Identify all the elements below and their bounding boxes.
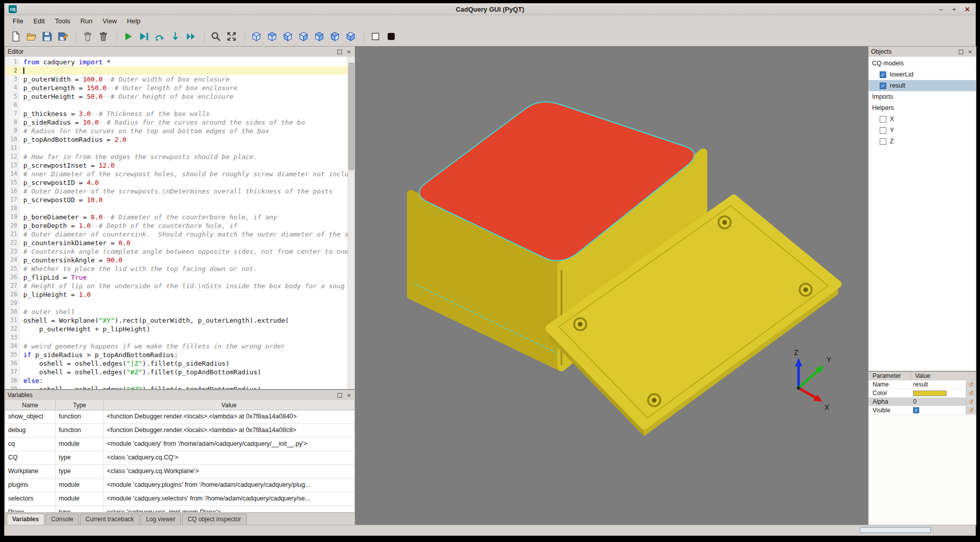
table-row[interactable]: debugfunction<function Debugger.render.<… bbox=[5, 424, 355, 438]
code-line[interactable]: 21# Outer diameter of countersink. Shoul… bbox=[5, 230, 348, 239]
reset-button[interactable]: ↺ bbox=[966, 389, 976, 397]
table-row[interactable]: cqmodule<module 'cadquery' from '/home/a… bbox=[5, 438, 355, 451]
code-line[interactable]: 7p_thickness = 3.0··# Thickness of the b… bbox=[5, 109, 348, 118]
menu-file[interactable]: File bbox=[8, 16, 28, 26]
tab-cq-object-inspector[interactable]: CQ object inspector bbox=[182, 514, 246, 525]
code-line[interactable]: 18 bbox=[5, 204, 348, 213]
open-file-icon[interactable] bbox=[24, 30, 38, 44]
code-line[interactable]: 28p_lipHeight = 1.0 bbox=[5, 290, 348, 299]
code-line[interactable]: 23# Countersink angle (complete angle be… bbox=[5, 247, 348, 256]
debug-icon[interactable] bbox=[137, 30, 150, 44]
code-line[interactable]: 6 bbox=[5, 101, 348, 109]
save-icon[interactable] bbox=[40, 30, 54, 44]
tree-item-y[interactable]: Y bbox=[869, 125, 976, 136]
menu-edit[interactable]: Edit bbox=[28, 16, 50, 26]
code-line[interactable]: 31oshell = Workplane("XY").rect(p_outerW… bbox=[5, 316, 348, 325]
code-line[interactable]: 3p_outerWidth = 100.0··# Outer width of … bbox=[5, 75, 348, 84]
delete-icon[interactable] bbox=[96, 30, 110, 44]
column-header-value[interactable]: Value bbox=[104, 400, 355, 410]
fit-view-icon[interactable] bbox=[224, 30, 238, 44]
continue-icon[interactable] bbox=[184, 30, 198, 44]
column-header-name[interactable]: Name bbox=[5, 400, 56, 410]
view-left-icon[interactable] bbox=[281, 30, 294, 44]
menu-run[interactable]: Run bbox=[76, 16, 98, 26]
tab-log-viewer[interactable]: Log viewer bbox=[140, 514, 181, 525]
reset-button[interactable]: ↺ bbox=[966, 398, 976, 406]
code-line[interactable]: 13p_screwpostInset = 12.0 bbox=[5, 161, 348, 170]
titlebar[interactable]: cq CadQuery GUI (PyQT) – + ✕ bbox=[5, 4, 975, 15]
code-line[interactable]: 22p_countersinkDiameter = 0.0 bbox=[5, 239, 348, 247]
code-line[interactable]: 5p_outerHeight = 50.0··# Outer height of… bbox=[5, 92, 348, 101]
menu-help[interactable]: Help bbox=[122, 16, 146, 26]
scrollbar-thumb[interactable] bbox=[349, 63, 354, 170]
viewport-3d[interactable]: Z Y X bbox=[355, 46, 868, 525]
view-right-icon[interactable] bbox=[312, 30, 326, 44]
tree-item-lowerlid[interactable]: ✓lowerLid bbox=[869, 69, 976, 80]
table-row[interactable]: show_objectfunction<function Debugger.re… bbox=[5, 410, 355, 424]
clear-icon[interactable] bbox=[81, 30, 94, 44]
tree-item-result[interactable]: ✓result bbox=[869, 80, 976, 91]
objects-close-button[interactable]: ✕ bbox=[967, 49, 973, 55]
code-line[interactable]: 39 oshell = oshell.edges("#Z").fillet(p_… bbox=[5, 385, 348, 389]
code-line[interactable]: 19p_boreDiameter = 8.0··# Diameter of th… bbox=[5, 213, 348, 221]
code-line[interactable]: 32 p_outerHeight + p_lipHeight) bbox=[5, 325, 348, 333]
code-line[interactable]: 27# Height of lip on the underside of th… bbox=[5, 282, 348, 290]
tree-item-imports[interactable]: Imports bbox=[869, 91, 976, 102]
code-line[interactable]: 16# Outer Diameter of the screwposts.\nD… bbox=[5, 187, 348, 196]
code-line[interactable]: 36 oshell = oshell.edges("|Z").fillet(p_… bbox=[5, 359, 348, 368]
step-over-icon[interactable] bbox=[153, 30, 166, 44]
code-line[interactable]: 35if p_sideRadius > p_topAndBottomRadius… bbox=[5, 351, 348, 359]
variables-close-button[interactable]: ✕ bbox=[346, 392, 352, 399]
close-button[interactable]: ✕ bbox=[963, 6, 971, 13]
minimize-button[interactable]: – bbox=[937, 6, 945, 13]
code-line[interactable]: 38else: bbox=[5, 376, 348, 385]
code-line[interactable]: 17p_screwpostOD = 10.0 bbox=[5, 196, 348, 204]
code-line[interactable]: 2 bbox=[5, 66, 348, 75]
code-line[interactable]: 37 oshell = oshell.edges("#Z").fillet(p_… bbox=[5, 368, 348, 376]
code-line[interactable]: 9# Radius for the curves on the top and … bbox=[5, 127, 348, 135]
variables-float-button[interactable] bbox=[336, 392, 343, 399]
visible-checkbox[interactable]: ✓ bbox=[913, 407, 919, 413]
table-row[interactable]: CQtype<class 'cadquery.cq.CQ'> bbox=[5, 451, 355, 465]
code-line[interactable]: 34# weird geometry happens if we make th… bbox=[5, 342, 348, 351]
editor-scrollbar[interactable] bbox=[348, 57, 355, 389]
color-swatch[interactable] bbox=[913, 391, 947, 396]
view-wireframe-icon[interactable] bbox=[368, 30, 382, 44]
code-line[interactable]: 10p_topAndBottomRadius = 2.0 bbox=[5, 135, 348, 144]
view-top-icon[interactable] bbox=[328, 30, 342, 44]
code-line[interactable]: 33 bbox=[5, 333, 348, 342]
table-row[interactable]: selectorsmodule<module 'cadquery.selecto… bbox=[5, 492, 355, 506]
code-line[interactable]: 4p_outerLength = 150.0··# Outer length o… bbox=[5, 84, 348, 92]
code-line[interactable]: 20p_boreDepth = 1.0··# Depth of the coun… bbox=[5, 221, 348, 230]
reset-button[interactable]: ↺ bbox=[966, 380, 976, 389]
column-header-type[interactable]: Type bbox=[56, 400, 104, 410]
code-line[interactable]: 12# How far in from the edges the screwp… bbox=[5, 152, 348, 161]
view-shaded-icon[interactable] bbox=[384, 30, 398, 44]
code-line[interactable]: 26p_flipLid = True bbox=[5, 273, 348, 282]
menu-view[interactable]: View bbox=[98, 16, 122, 26]
code-line[interactable]: 11 bbox=[5, 144, 348, 152]
editor-close-button[interactable]: ✕ bbox=[346, 49, 352, 55]
code-line[interactable]: 29 bbox=[5, 299, 348, 307]
editor-float-button[interactable] bbox=[336, 49, 343, 55]
view-axo-icon[interactable] bbox=[265, 30, 279, 44]
maximize-button[interactable]: + bbox=[950, 6, 958, 13]
table-row[interactable]: Workplanetype<class 'cadquery.cq.Workpla… bbox=[5, 465, 355, 479]
tree-item-x[interactable]: X bbox=[869, 113, 976, 125]
zoom-icon[interactable] bbox=[209, 30, 222, 44]
code-line[interactable]: 30# outer shell bbox=[5, 307, 348, 316]
objects-float-button[interactable] bbox=[958, 49, 964, 55]
code-line[interactable]: 25# Whether to place the lid with the to… bbox=[5, 264, 348, 273]
code-line[interactable]: 15p_screwpostID = 4.0 bbox=[5, 178, 348, 187]
code-line[interactable]: 24p_countersinkAngle = 90.0 bbox=[5, 256, 348, 264]
view-front-icon[interactable] bbox=[296, 30, 310, 44]
checkbox-lowerlid[interactable]: ✓ bbox=[880, 71, 886, 78]
new-file-icon[interactable] bbox=[9, 30, 22, 44]
checkbox-result[interactable]: ✓ bbox=[880, 83, 886, 89]
checkbox-y[interactable] bbox=[880, 127, 886, 134]
step-into-icon[interactable] bbox=[168, 30, 182, 44]
table-row[interactable]: pluginsmodule<module 'cadquery.plugins' … bbox=[5, 479, 355, 492]
reset-button[interactable]: ↺ bbox=[966, 406, 976, 414]
code-line[interactable]: 1from cadquery import * bbox=[5, 58, 348, 66]
tree-item-z[interactable]: Z bbox=[869, 136, 976, 147]
